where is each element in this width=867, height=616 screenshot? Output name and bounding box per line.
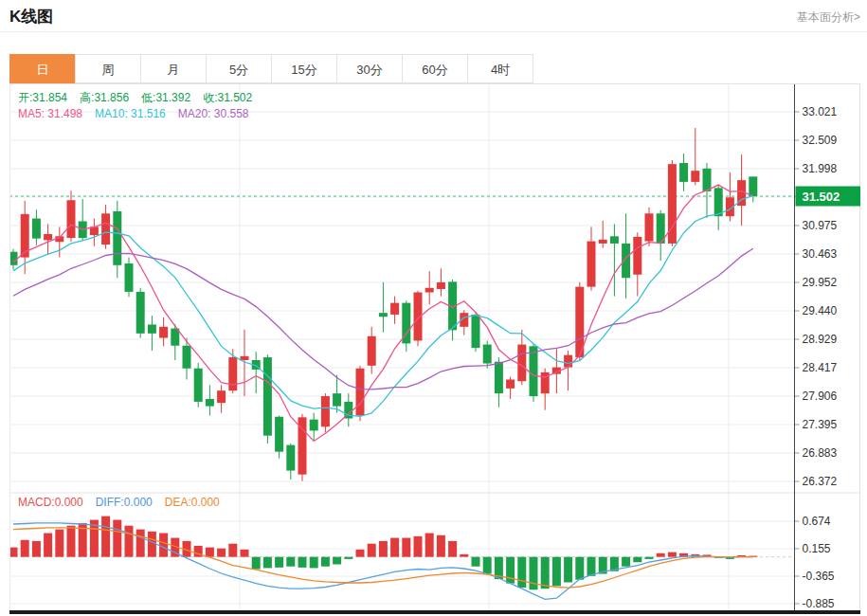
macd-histogram-bar (368, 544, 376, 557)
candle-body (679, 163, 688, 182)
candle-body (530, 346, 538, 396)
tab-month[interactable]: 月 (140, 54, 207, 83)
macd-histogram-bar (645, 557, 654, 559)
candle-body (356, 369, 365, 416)
tab-day[interactable]: 日 (9, 54, 76, 83)
macd-histogram-bar (32, 541, 41, 557)
macd-histogram-bar (390, 538, 399, 557)
current-price-badge-label: 31.502 (803, 190, 840, 204)
candle-body (194, 369, 203, 402)
macd-axis-label: -0.365 (803, 570, 835, 583)
candle-body (622, 244, 630, 278)
macd-histogram-bar (425, 534, 434, 557)
macd-histogram-bar (241, 550, 249, 557)
candle-body (703, 169, 712, 191)
candle-body (587, 242, 596, 287)
tab-30min[interactable]: 30分 (336, 54, 403, 83)
kline-chart-svg[interactable]: 33.02132.50931.99830.97530.46329.95229.4… (9, 83, 860, 614)
candle-body (286, 445, 295, 471)
macd-histogram-bar (286, 557, 295, 567)
timeframe-tabs: 日 周 月 5分 15分 30分 60分 4时 (9, 54, 533, 83)
candle-body (9, 252, 18, 265)
macd-histogram-bar (506, 557, 515, 584)
macd-histogram-bar (564, 557, 572, 583)
macd-histogram-bar (136, 530, 145, 557)
candle-body (379, 313, 388, 317)
candle-body (333, 393, 341, 406)
candle-body (564, 355, 572, 368)
tab-15min[interactable]: 15分 (271, 54, 337, 83)
macd-histogram-bar (356, 550, 365, 557)
kline-chart[interactable]: 33.02132.50931.99830.97530.46329.95229.4… (9, 83, 860, 614)
macd-histogram-bar (657, 553, 665, 557)
macd-histogram-bar (113, 520, 121, 557)
macd-histogram-bar (275, 557, 283, 568)
price-axis-label: 27.906 (803, 390, 838, 403)
candle-body (633, 237, 641, 275)
fundamental-analysis-link[interactable]: 基本面分析> (797, 9, 860, 26)
candle-body (691, 171, 699, 182)
candle-body (125, 263, 134, 292)
price-axis-label: 26.372 (803, 475, 838, 488)
candle-body (749, 176, 757, 196)
price-axis-label: 27.395 (803, 418, 838, 431)
macd-histogram-bar (321, 557, 330, 567)
candle-body (610, 236, 619, 244)
macd-axis-label: -0.885 (803, 597, 835, 610)
macd-axis-label: 0.674 (803, 515, 831, 528)
candle-body (67, 200, 76, 238)
macd-histogram-bar (125, 526, 134, 557)
macd-histogram-bar (483, 557, 492, 574)
macd-axis-label: 0.155 (803, 542, 831, 555)
tab-4hour[interactable]: 4时 (467, 54, 533, 83)
macd-histogram-bar (437, 535, 445, 557)
candle-body (390, 303, 399, 315)
macd-histogram-bar (379, 541, 388, 557)
macd-histogram-bar (101, 516, 110, 557)
candle-body (495, 362, 503, 393)
candle-body (148, 324, 156, 333)
macd-histogram-bar (552, 557, 561, 587)
macd-histogram-bar (252, 557, 261, 570)
macd-histogram-bar (21, 540, 29, 557)
macd-histogram-bar (402, 538, 410, 557)
price-axis-label: 30.463 (803, 247, 838, 261)
candle-body (714, 188, 723, 216)
candle-body (517, 345, 526, 382)
macd-histogram-bar (228, 544, 237, 557)
candle-body (472, 315, 480, 348)
price-axis-label: 31.998 (803, 162, 838, 175)
tab-5min[interactable]: 5分 (206, 54, 272, 83)
macd-histogram-bar (517, 557, 526, 588)
candle-body (159, 327, 168, 338)
header-divider (0, 31, 867, 32)
candle-body (368, 336, 376, 366)
price-axis-label: 28.929 (803, 333, 838, 346)
candle-body (32, 219, 41, 239)
price-axis-label: 29.440 (803, 304, 838, 317)
macd-histogram-bar (9, 548, 18, 557)
page-title: K线图 (9, 6, 53, 27)
candle-body (425, 288, 434, 293)
candle-body (228, 357, 237, 390)
macd-histogram-bar (159, 534, 168, 557)
dea-line (13, 528, 753, 588)
macd-histogram-bar (55, 530, 63, 557)
macd-histogram-bar (587, 557, 596, 576)
macd-histogram-bar (414, 536, 423, 557)
macd-histogram-bar (575, 557, 584, 580)
macd-histogram-bar (333, 557, 341, 565)
macd-histogram-bar (217, 549, 226, 557)
tab-60min[interactable]: 60分 (402, 54, 468, 83)
macd-histogram-bar (206, 548, 214, 557)
chart-bottom-bar (9, 610, 860, 614)
candle-body (645, 213, 654, 241)
candle-body (44, 234, 52, 240)
candle-body (275, 417, 283, 452)
tab-week[interactable]: 周 (75, 54, 141, 83)
candle-body (136, 292, 145, 334)
candle-body (263, 357, 272, 436)
candle-body (217, 390, 226, 403)
macd-histogram-bar (668, 553, 677, 557)
price-axis-label: 32.509 (803, 134, 838, 147)
